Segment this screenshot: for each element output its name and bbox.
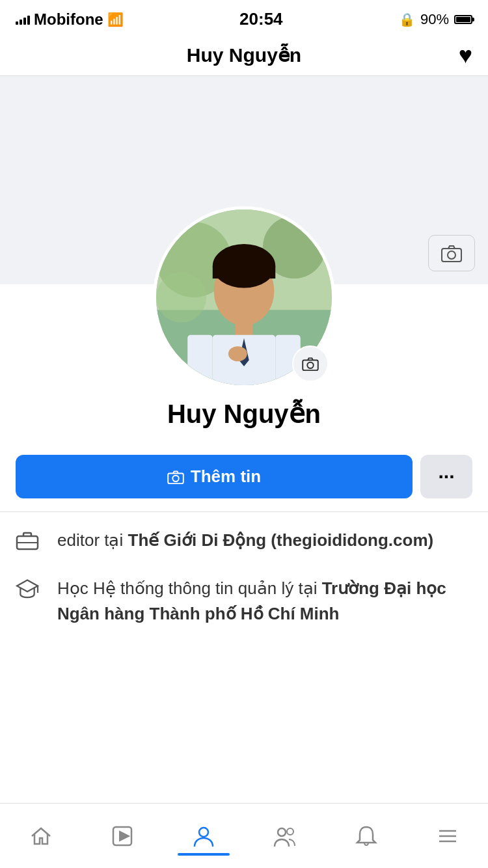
profile-name: Huy Nguyễn <box>167 399 321 429</box>
lock-icon: 🔒 <box>399 12 415 27</box>
page-title: Huy Nguyễn <box>187 44 301 66</box>
status-time: 20:54 <box>239 9 283 29</box>
svg-point-22 <box>172 475 178 481</box>
svg-point-29 <box>199 828 208 837</box>
svg-point-31 <box>287 828 293 835</box>
battery-icon <box>454 15 472 24</box>
avatar-container <box>153 206 335 388</box>
svg-point-18 <box>228 346 247 361</box>
action-row: Thêm tin ··· <box>0 442 488 511</box>
profile-section: Huy Nguyễn <box>0 284 488 442</box>
nav-watch[interactable] <box>98 818 147 854</box>
avatar-camera-button[interactable] <box>292 346 329 382</box>
wifi-icon: 📶 <box>107 12 124 27</box>
svg-point-30 <box>278 828 286 836</box>
status-bar: Mobifone 📶 20:54 🔒 90% <box>0 0 488 34</box>
nav-header: Huy Nguyễn ♥ <box>0 34 488 76</box>
heart-button[interactable]: ♥ <box>459 42 472 69</box>
camera-story-icon <box>167 470 184 484</box>
education-info-text: Học Hệ thống thông tin quản lý tại Trườn… <box>57 576 472 627</box>
camera-icon <box>441 244 462 262</box>
svg-rect-15 <box>187 335 213 385</box>
status-battery-area: 🔒 90% <box>399 11 472 28</box>
nav-profile[interactable] <box>179 818 228 854</box>
nav-menu[interactable] <box>423 818 472 854</box>
add-story-label: Thêm tin <box>191 467 261 487</box>
info-section: editor tại Thế Giới Di Động (thegioidido… <box>0 511 488 662</box>
education-icon <box>16 577 44 604</box>
svg-point-20 <box>307 362 313 368</box>
profile-icon <box>192 824 215 848</box>
watch-icon <box>111 824 134 848</box>
work-info-item: editor tại Thế Giới Di Động (thegioidido… <box>16 528 472 556</box>
signal-icon <box>16 14 30 25</box>
nav-notifications[interactable] <box>342 818 391 854</box>
svg-point-10 <box>213 244 275 288</box>
nav-friends[interactable] <box>260 818 310 854</box>
status-carrier: Mobifone 📶 <box>16 10 124 29</box>
svg-point-7 <box>156 272 206 322</box>
cover-camera-button[interactable] <box>428 235 475 271</box>
work-icon <box>16 529 44 556</box>
add-story-button[interactable]: Thêm tin <box>16 455 413 498</box>
svg-point-1 <box>448 251 455 259</box>
bottom-nav <box>0 803 488 868</box>
notifications-icon <box>355 824 378 848</box>
education-info-item: Học Hệ thống thông tin quản lý tại Trườn… <box>16 576 472 627</box>
work-info-text: editor tại Thế Giới Di Động (thegioidido… <box>57 528 433 553</box>
more-button[interactable]: ··· <box>420 455 472 498</box>
more-label: ··· <box>438 466 454 488</box>
nav-home[interactable] <box>16 818 66 854</box>
battery-percent: 90% <box>420 11 449 28</box>
menu-icon <box>436 824 459 848</box>
svg-rect-11 <box>213 266 275 278</box>
avatar-camera-icon <box>302 357 319 371</box>
friends-icon <box>273 824 297 848</box>
home-icon <box>29 824 53 848</box>
svg-marker-28 <box>120 832 129 841</box>
